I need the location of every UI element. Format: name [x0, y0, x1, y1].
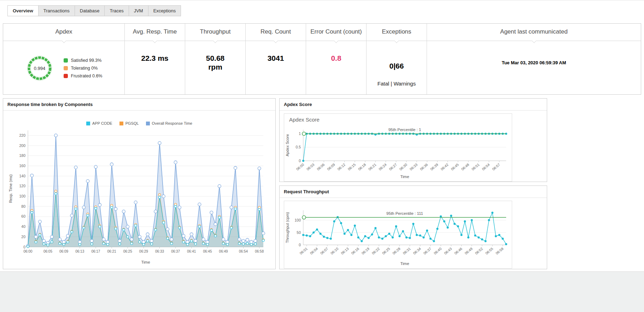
apdex-legend-frustrated: Frustrated 0.6% [64, 73, 103, 78]
throughput-number: 50.68 [206, 54, 225, 63]
svg-text:06:58: 06:58 [495, 247, 504, 255]
response-time-panel-title: Response time broken by Components [3, 99, 275, 111]
svg-text:06:25: 06:25 [123, 249, 132, 253]
card-exceptions: Exceptions 0|66 Fatal | Warnings [367, 24, 427, 94]
panel-response-time: Response time broken by Components APP C… [3, 98, 276, 269]
card-avg-resp-time: Avg. Resp. Time 22.3 ms [125, 24, 185, 94]
svg-text:06:24: 06:24 [378, 163, 388, 171]
satisfied-label: Satisfied 99.3% [71, 58, 102, 63]
svg-text:06:54: 06:54 [239, 249, 248, 253]
svg-text:95th Percentile : 1: 95th Percentile : 1 [388, 128, 421, 132]
svg-text:06:48: 06:48 [461, 163, 470, 171]
svg-text:06:31: 06:31 [402, 247, 412, 255]
svg-text:06:55: 06:55 [485, 247, 494, 255]
svg-text:200: 200 [19, 143, 25, 148]
legend-swatch [146, 122, 150, 125]
tab-database[interactable]: Database [75, 5, 105, 16]
card-apdex-title: Apdex [3, 24, 124, 41]
response-time-legend: APP CODEPGSQLOverall Response Time [3, 121, 275, 125]
svg-text:180: 180 [19, 153, 25, 158]
frustrated-swatch [64, 74, 68, 78]
svg-text:60: 60 [21, 214, 25, 218]
card-exceptions-title: Exceptions [367, 24, 427, 41]
svg-text:06:39: 06:39 [429, 163, 439, 171]
svg-text:06:03: 06:03 [306, 163, 315, 171]
apdex-score-chart-box: Apdex Score 00.5106:0006:0306:0606:0906:… [284, 113, 512, 182]
svg-text:Throughput (cpm): Throughput (cpm) [285, 212, 289, 243]
apdex_score-svg: 00.5106:0006:0306:0606:0906:1206:1506:18… [284, 123, 511, 180]
svg-text:Apdex Score: Apdex Score [285, 134, 289, 157]
tab-bar: Overview Transactions Database Traces JV… [0, 0, 644, 16]
request-throughput-panel-title: Request Throughput [280, 186, 547, 198]
card-avg-resp-title: Avg. Resp. Time [125, 24, 185, 41]
tab-traces[interactable]: Traces [104, 5, 129, 16]
svg-text:06:52: 06:52 [474, 247, 484, 255]
exceptions-sub-label: Fatal | Warnings [377, 81, 416, 87]
card-agent-title: Agent last communicated [427, 24, 641, 41]
legend-swatch [86, 122, 90, 125]
response_time-svg: 02040608010012014016018020022006:0006:05… [7, 126, 270, 265]
svg-text:0: 0 [299, 159, 301, 163]
tab-transactions[interactable]: Transactions [38, 5, 75, 16]
card-apdex-body: 0.994 Satisfied 99.3% Tolerating 0% Frus… [3, 41, 124, 94]
svg-text:Resp. Time (ms): Resp. Time (ms) [8, 175, 13, 203]
svg-text:06:00: 06:00 [295, 163, 305, 171]
svg-text:06:42: 06:42 [440, 163, 450, 171]
legend-label: Overall Response Time [152, 121, 192, 125]
svg-text:06:28: 06:28 [392, 247, 401, 255]
svg-text:0: 0 [23, 245, 25, 249]
request-throughput-chart-box: 05010006:0106:0406:0706:1006:1306:1606:1… [284, 201, 512, 269]
svg-text:06:29: 06:29 [139, 249, 148, 253]
error-count-value: 0.8 [331, 54, 341, 94]
apdex-legend: Satisfied 99.3% Tolerating 0% Frustrated… [64, 55, 103, 81]
svg-text:06:25: 06:25 [381, 247, 391, 255]
summary-card-row: Apdex 0.994 Satisfied 99.3% Tolerating 0… [3, 23, 641, 95]
card-error-count: Error Count (count) 0.8 [306, 24, 367, 94]
legend-item-overall-response-time[interactable]: Overall Response Time [146, 121, 192, 125]
svg-text:06:40: 06:40 [433, 247, 443, 255]
svg-text:06:19: 06:19 [361, 247, 370, 255]
svg-text:95th Percentile : 111: 95th Percentile : 111 [386, 211, 423, 216]
svg-text:06:04: 06:04 [309, 247, 319, 255]
apdex-legend-tolerating: Tolerating 0% [64, 66, 103, 71]
svg-text:06:16: 06:16 [351, 247, 360, 255]
svg-text:Time: Time [400, 261, 409, 266]
svg-text:06:33: 06:33 [409, 163, 418, 171]
tab-exceptions[interactable]: Exceptions [148, 5, 181, 16]
apdex-legend-satisfied: Satisfied 99.3% [64, 58, 103, 63]
apdex-gauge: 0.994 [25, 54, 54, 82]
legend-item-pgsql[interactable]: PGSQL [119, 121, 139, 125]
svg-text:06:07: 06:07 [320, 247, 329, 255]
svg-text:06:49: 06:49 [219, 249, 228, 253]
svg-text:06:21: 06:21 [368, 163, 377, 171]
svg-text:06:57: 06:57 [492, 163, 501, 171]
svg-text:06:10: 06:10 [330, 247, 339, 255]
svg-text:06:15: 06:15 [347, 163, 357, 171]
svg-text:06:43: 06:43 [443, 247, 453, 255]
request-throughput-chart: 05010006:0106:0406:0706:1006:1306:1606:1… [284, 201, 512, 268]
svg-text:06:37: 06:37 [171, 249, 180, 253]
frustrated-label: Frustrated 0.6% [71, 73, 103, 78]
exceptions-value: 0|66 [390, 61, 404, 70]
svg-text:06:06: 06:06 [316, 163, 326, 171]
card-agent-last-communicated: Agent last communicated Tue Mar 03, 2020… [427, 24, 641, 94]
avg-resp-time-value: 22.3 ms [141, 54, 168, 94]
card-apdex: Apdex 0.994 Satisfied 99.3% Tolerating 0… [3, 24, 125, 94]
svg-text:06:22: 06:22 [371, 247, 381, 255]
card-req-count-title: Req. Count [246, 24, 306, 41]
response-time-chart: 02040608010012014016018020022006:0006:05… [7, 126, 275, 267]
panel-request-throughput: Request Throughput 05010006:0106:0406:07… [279, 186, 547, 269]
svg-text:Time: Time [400, 175, 409, 179]
apdex-score-panel-title: Apdex Score [280, 99, 547, 111]
svg-text:06:09: 06:09 [59, 249, 68, 253]
svg-text:06:18: 06:18 [357, 163, 367, 171]
agent-last-communicated-value: Tue Mar 03, 2020 06:59:39 AM [502, 60, 566, 94]
svg-text:80: 80 [21, 204, 25, 208]
tab-jvm[interactable]: JVM [129, 5, 148, 16]
tab-overview[interactable]: Overview [7, 5, 39, 16]
legend-item-app-code[interactable]: APP CODE [86, 121, 112, 125]
apdex-gauge-value: 0.994 [34, 65, 45, 71]
svg-text:06:37: 06:37 [423, 247, 432, 255]
svg-text:06:58: 06:58 [255, 249, 264, 253]
main-content: Response time broken by Components APP C… [3, 98, 641, 269]
